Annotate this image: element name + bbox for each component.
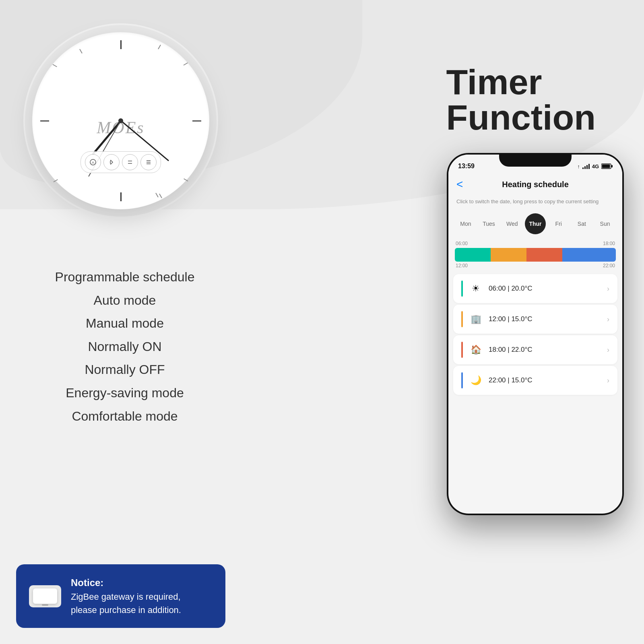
tick-1 xyxy=(158,45,161,49)
schedule-chevron-2: › xyxy=(607,346,609,354)
timebar-container: 06:00 18:00 12:00 22:00 xyxy=(448,238,622,268)
tick-4 xyxy=(184,178,188,182)
feature-item-3: Normally ON xyxy=(32,335,217,359)
timebar-labels-top: 06:00 18:00 xyxy=(455,241,616,246)
app-subtitle: Click to switch the date, long press to … xyxy=(448,196,622,209)
clock-controls: A xyxy=(80,151,161,173)
ctrl-btn-3[interactable] xyxy=(122,154,138,170)
timebar-coral xyxy=(526,248,562,262)
schedule-icon-3: 🌙 xyxy=(469,375,482,386)
timer-title: Timer Function xyxy=(446,64,596,135)
schedule-indicator-2 xyxy=(461,342,463,358)
schedule-chevron-3: › xyxy=(607,376,609,385)
svg-rect-9 xyxy=(611,165,613,167)
timebar-label-mid2: 12:00 xyxy=(456,263,468,268)
battery-icon xyxy=(601,163,613,169)
location-icon: ↑ xyxy=(577,163,580,169)
timebar-orange xyxy=(491,248,526,262)
day-btn-mon[interactable]: Mon xyxy=(455,213,476,234)
app-header: < Heating schedule xyxy=(448,175,622,196)
hand-center xyxy=(118,118,123,123)
clock: MOEs A xyxy=(32,32,209,209)
schedule-indicator-0 xyxy=(461,281,463,297)
signal-bars xyxy=(582,163,590,169)
signal-bar-4 xyxy=(588,164,590,169)
ctrl-btn-2[interactable] xyxy=(103,154,120,170)
day-btn-fri[interactable]: Fri xyxy=(548,213,569,234)
tick-6 xyxy=(120,192,122,201)
tick-3 xyxy=(192,120,201,122)
signal-bar-3 xyxy=(586,165,588,169)
day-selector: Mon Tues Wed Thur Fri Sat Sun xyxy=(448,209,622,238)
tick-11 xyxy=(79,49,83,54)
timebar-blue xyxy=(562,248,616,262)
timebar-teal xyxy=(455,248,491,262)
back-button[interactable]: < xyxy=(456,178,463,191)
phone: 13:59 ↑ 4G xyxy=(447,153,624,515)
schedule-item-0[interactable]: ☀ 06:00 | 20.0°C › xyxy=(453,274,617,303)
phone-container: 13:59 ↑ 4G xyxy=(447,153,624,515)
status-time: 13:59 xyxy=(458,163,475,170)
schedule-list: ☀ 06:00 | 20.0°C › 🏢 12:00 | 15.0°C › 🏠 … xyxy=(448,268,622,400)
day-btn-thur[interactable]: Thur xyxy=(525,213,546,234)
schedule-item-3[interactable]: 🌙 22:00 | 15.0°C › xyxy=(453,366,617,395)
phone-screen: 13:59 ↑ 4G xyxy=(448,155,622,514)
tick-5 xyxy=(159,194,162,198)
timebar-label-mid1: 18:00 xyxy=(603,241,615,246)
schedule-indicator-3 xyxy=(461,372,463,388)
schedule-info-0: 06:00 | 20.0°C xyxy=(489,285,601,293)
phone-notch xyxy=(499,153,572,167)
timer-title-line1: Timer xyxy=(446,64,596,100)
notice-body: ZigBee gateway is required,please purcha… xyxy=(71,590,181,617)
day-btn-wed[interactable]: Wed xyxy=(502,213,522,234)
app-title: Heating schedule xyxy=(502,180,569,189)
feature-item-0: Programmable schedule xyxy=(32,266,217,289)
clock-area: MOEs A xyxy=(32,32,209,209)
notice-box: Notice: ZigBee gateway is required,pleas… xyxy=(16,564,225,628)
notice-device-icon xyxy=(29,585,61,607)
schedule-icon-1: 🏢 xyxy=(469,314,482,324)
day-btn-sun[interactable]: Sun xyxy=(594,213,615,234)
tick-7 xyxy=(155,193,159,197)
schedule-item-1[interactable]: 🏢 12:00 | 15.0°C › xyxy=(453,305,617,334)
tick-9 xyxy=(40,120,49,122)
day-btn-tues[interactable]: Tues xyxy=(479,213,500,234)
schedule-info-3: 22:00 | 15.0°C xyxy=(489,376,601,384)
svg-text:A: A xyxy=(92,161,94,165)
schedule-icon-2: 🏠 xyxy=(469,345,482,355)
feature-item-4: Normally OFF xyxy=(32,358,217,382)
ctrl-btn-4[interactable] xyxy=(140,154,157,170)
schedule-item-2[interactable]: 🏠 18:00 | 22.0°C › xyxy=(453,335,617,364)
schedule-indicator-1 xyxy=(461,311,463,327)
schedule-icon-0: ☀ xyxy=(469,283,482,294)
schedule-chevron-1: › xyxy=(607,315,609,324)
tick-2 xyxy=(184,62,188,66)
timebar-track xyxy=(455,248,616,262)
schedule-info-2: 18:00 | 22.0°C xyxy=(489,346,601,354)
tick-12 xyxy=(120,40,122,49)
status-right: ↑ 4G xyxy=(577,163,613,169)
feature-item-1: Auto mode xyxy=(32,289,217,312)
schedule-info-1: 12:00 | 15.0°C xyxy=(489,315,601,323)
schedule-chevron-0: › xyxy=(607,285,609,293)
notice-title: Notice: xyxy=(71,576,181,590)
feature-item-2: Manual mode xyxy=(32,312,217,335)
network-type: 4G xyxy=(592,163,599,169)
feature-list: Programmable schedule Auto mode Manual m… xyxy=(32,266,217,428)
signal-bar-1 xyxy=(582,167,584,169)
timer-title-line2: Function xyxy=(446,100,596,135)
feature-item-5: Energy-saving mode xyxy=(32,382,217,405)
timebar-label-end: 22:00 xyxy=(603,263,615,268)
ctrl-btn-1[interactable]: A xyxy=(85,154,101,170)
tick-10 xyxy=(53,64,57,67)
notice-text: Notice: ZigBee gateway is required,pleas… xyxy=(71,576,181,617)
feature-item-6: Comfortable mode xyxy=(32,405,217,428)
tick-8 xyxy=(54,179,58,182)
day-btn-sat[interactable]: Sat xyxy=(571,213,592,234)
signal-bar-2 xyxy=(584,166,586,169)
svg-rect-8 xyxy=(602,165,610,168)
clock-inner: MOEs A xyxy=(32,32,209,209)
timebar-labels-bottom: 12:00 22:00 xyxy=(455,262,616,268)
timebar-label-start: 06:00 xyxy=(456,241,468,246)
